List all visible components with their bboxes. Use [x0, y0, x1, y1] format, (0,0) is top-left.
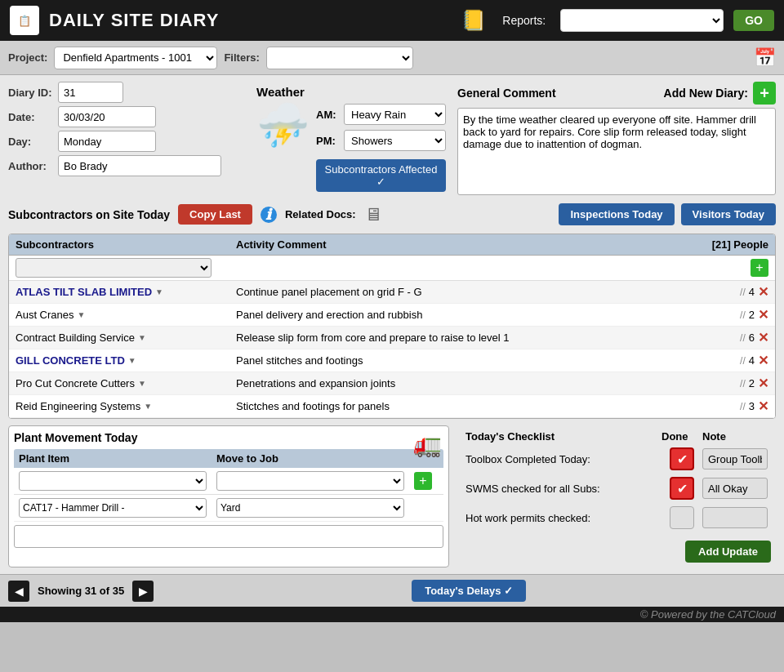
- add-row-button[interactable]: +: [751, 259, 768, 277]
- plant-row: CAT17 - Hammer Drill - Yard: [14, 495, 443, 522]
- row-edit-icon-2[interactable]: //: [740, 332, 746, 344]
- row-sub-3: GILL CONCRETE LTD ▼: [16, 354, 236, 367]
- checklist-note-2: [702, 507, 768, 528]
- diary-id-row: Diary ID:: [8, 82, 245, 103]
- day-input[interactable]: [58, 131, 156, 152]
- visitors-today-button[interactable]: Visitors Today: [681, 203, 776, 225]
- row-dropdown-arrow-2[interactable]: ▼: [138, 333, 146, 342]
- plant-add-button[interactable]: +: [414, 472, 432, 490]
- reports-select[interactable]: [560, 9, 724, 32]
- row-sub-name-4: Pro Cut Concrete Cutters: [16, 377, 135, 389]
- row-dropdown-arrow-5[interactable]: ▼: [144, 402, 152, 411]
- day-label: Day:: [8, 136, 53, 148]
- diary-id-input[interactable]: [58, 82, 123, 103]
- checklist-row-2: Hot work permits checked:: [462, 506, 771, 529]
- check-button-0[interactable]: ✔: [670, 447, 694, 470]
- toolbar: Project: Denfield Apartments - 1001 Filt…: [0, 41, 784, 75]
- row-delete-btn-1[interactable]: ✕: [758, 307, 768, 323]
- checklist-item-2-label: Hot work permits checked:: [466, 512, 662, 524]
- row-dropdown-arrow-4[interactable]: ▼: [138, 379, 146, 388]
- row-dropdown-arrow-1[interactable]: ▼: [78, 310, 86, 319]
- weather-am-select[interactable]: Heavy Rain: [344, 104, 446, 125]
- plant-item-new-select[interactable]: [19, 471, 207, 491]
- prev-button[interactable]: ◀: [8, 581, 29, 602]
- weather-content: ⛈️ AM: Heavy Rain PM: Showers Sub: [256, 104, 446, 192]
- row-delete-btn-4[interactable]: ✕: [758, 376, 768, 391]
- plant-panel: Plant Movement Today 🚛 Plant Item Move t…: [8, 425, 449, 567]
- next-button[interactable]: ▶: [132, 581, 154, 602]
- checklist-panel: Today's Checklist Done Note Toolbox Comp…: [457, 425, 776, 567]
- row-people-num-5: 3: [749, 400, 755, 412]
- checklist-check-2: [662, 506, 702, 529]
- col-people: [21] People: [703, 238, 768, 251]
- copy-last-button[interactable]: Copy Last: [178, 204, 252, 225]
- row-sub-name-2: Contract Building Service: [16, 332, 135, 344]
- table-body: ATLAS TILT SLAB LIMITED ▼ Continue panel…: [9, 281, 775, 418]
- showing-text: Showing 31 of 35: [38, 585, 124, 597]
- done-label: Done: [662, 430, 702, 443]
- general-comment-textarea[interactable]: [457, 108, 776, 195]
- weather-panel: Weather ⛈️ AM: Heavy Rain PM: Showers: [253, 82, 449, 195]
- row-dropdown-arrow-0[interactable]: ▼: [155, 287, 163, 296]
- author-row: Author:: [8, 155, 245, 176]
- add-update-button[interactable]: Add Update: [685, 541, 771, 563]
- copyright-text: © Powered by the CATCloud: [640, 608, 776, 621]
- inspections-today-button[interactable]: Inspections Today: [559, 203, 674, 225]
- row-sub-name-5: Reid Engineering Systems: [16, 400, 140, 412]
- table-add-row: +: [9, 256, 775, 281]
- plant-item-select[interactable]: CAT17 - Hammer Drill -: [19, 498, 207, 518]
- weather-icon: ⛈️: [256, 104, 310, 192]
- row-activity-1: Panel delivery and erection and rubbish: [236, 309, 703, 321]
- row-activity-0: Continue panel placement on grid F - G: [236, 286, 703, 298]
- project-label: Project:: [8, 51, 47, 64]
- date-label: Date:: [8, 111, 53, 123]
- row-sub-name-0: ATLAS TILT SLAB LIMITED: [16, 286, 152, 298]
- weather-pm-select[interactable]: Showers: [344, 130, 446, 151]
- project-select[interactable]: Denfield Apartments - 1001: [54, 47, 217, 69]
- weather-title: Weather: [256, 85, 446, 99]
- info-icon[interactable]: ℹ: [261, 207, 277, 223]
- general-comment-title: General Comment: [457, 87, 556, 100]
- row-delete-btn-0[interactable]: ✕: [758, 284, 768, 300]
- row-delete-btn-3[interactable]: ✕: [758, 353, 768, 368]
- todays-delays-button[interactable]: Today's Delays ✓: [412, 580, 526, 602]
- check-button-1[interactable]: ✔: [670, 477, 694, 500]
- row-edit-icon-5[interactable]: //: [740, 401, 746, 412]
- plant-notes-input[interactable]: [14, 525, 443, 548]
- plant-move-new-select[interactable]: [216, 471, 404, 491]
- table-row: Aust Cranes ▼ Panel delivery and erectio…: [9, 304, 775, 327]
- plant-title: Plant Movement Today: [14, 431, 443, 444]
- checklist-note-0[interactable]: [702, 448, 768, 470]
- row-sub-5: Reid Engineering Systems ▼: [16, 400, 236, 412]
- row-edit-icon-4[interactable]: //: [740, 378, 746, 389]
- plant-move-select[interactable]: Yard: [216, 498, 404, 518]
- weather-am-row: AM: Heavy Rain: [316, 104, 446, 125]
- row-edit-icon-1[interactable]: //: [740, 309, 746, 321]
- row-delete-btn-2[interactable]: ✕: [758, 330, 768, 345]
- row-edit-icon-0[interactable]: //: [740, 287, 746, 298]
- author-input[interactable]: [58, 155, 221, 176]
- row-sub-2: Contract Building Service ▼: [16, 332, 236, 344]
- note-label: Note: [702, 430, 768, 443]
- calendar-button[interactable]: 📅: [754, 47, 776, 69]
- app-header: 📋 DAILY SITE DIARY 📒 Reports: GO: [0, 0, 784, 41]
- add-new-label: Add New Diary:: [664, 87, 748, 100]
- check-button-2[interactable]: [670, 506, 694, 529]
- row-delete-btn-5[interactable]: ✕: [758, 398, 768, 414]
- filters-select[interactable]: [266, 47, 413, 69]
- col-activity: Activity Comment: [236, 238, 703, 251]
- date-input[interactable]: [58, 106, 156, 127]
- subcontractors-affected-button[interactable]: Subcontractors Affected ✓: [316, 159, 446, 192]
- row-edit-icon-3[interactable]: //: [740, 355, 746, 367]
- go-button[interactable]: GO: [733, 10, 774, 31]
- footer-bar: ◀ Showing 31 of 35 ▶ Today's Delays ✓: [0, 574, 784, 607]
- row-people-1: // 2 ✕: [703, 307, 768, 323]
- date-row: Date:: [8, 106, 245, 127]
- plant-add-row: +: [14, 468, 443, 495]
- new-subcontractor-select[interactable]: [16, 258, 212, 278]
- row-dropdown-arrow-3[interactable]: ▼: [128, 356, 136, 365]
- add-new-diary-button[interactable]: +: [753, 82, 776, 105]
- subcontractors-title: Subcontractors on Site Today: [8, 208, 170, 221]
- checklist-note-1[interactable]: [702, 478, 768, 499]
- checklist-title: Today's Checklist: [466, 430, 662, 443]
